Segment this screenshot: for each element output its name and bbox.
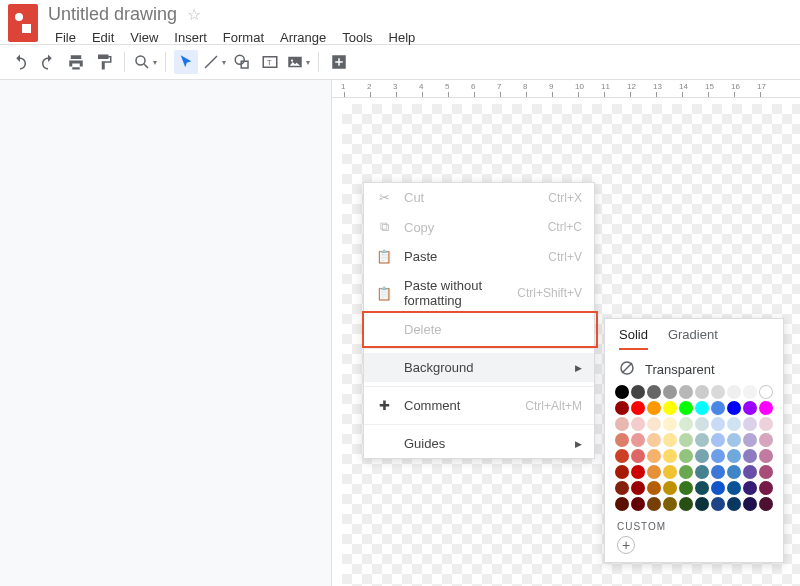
color-swatch[interactable] [727, 401, 741, 415]
color-swatch[interactable] [679, 401, 693, 415]
color-swatch[interactable] [695, 449, 709, 463]
color-swatch[interactable] [663, 497, 677, 511]
color-swatch[interactable] [759, 465, 773, 479]
color-swatch[interactable] [695, 385, 709, 399]
color-swatch[interactable] [695, 401, 709, 415]
color-swatch[interactable] [647, 481, 661, 495]
color-swatch[interactable] [615, 497, 629, 511]
color-swatch[interactable] [711, 449, 725, 463]
ctx-guides[interactable]: Guides ▶ [364, 429, 594, 458]
color-swatch[interactable] [743, 449, 757, 463]
line-tool[interactable] [202, 50, 226, 74]
undo-button[interactable] [8, 50, 32, 74]
color-swatch[interactable] [647, 465, 661, 479]
menu-tools[interactable]: Tools [335, 27, 379, 48]
shape-tool[interactable] [230, 50, 254, 74]
color-swatch[interactable] [615, 417, 629, 431]
color-swatch[interactable] [631, 401, 645, 415]
color-swatch[interactable] [663, 401, 677, 415]
color-swatch[interactable] [631, 417, 645, 431]
color-swatch[interactable] [647, 433, 661, 447]
menu-arrange[interactable]: Arrange [273, 27, 333, 48]
menu-format[interactable]: Format [216, 27, 271, 48]
color-swatch[interactable] [695, 433, 709, 447]
color-swatch[interactable] [695, 481, 709, 495]
color-swatch[interactable] [615, 481, 629, 495]
color-swatch[interactable] [647, 449, 661, 463]
color-swatch[interactable] [711, 385, 725, 399]
color-swatch[interactable] [647, 497, 661, 511]
color-swatch[interactable] [711, 481, 725, 495]
menu-file[interactable]: File [48, 27, 83, 48]
redo-button[interactable] [36, 50, 60, 74]
ctx-paste-no-format[interactable]: 📋 Paste without formatting Ctrl+Shift+V [364, 271, 594, 315]
color-swatch[interactable] [679, 433, 693, 447]
color-swatch[interactable] [663, 465, 677, 479]
color-swatch[interactable] [679, 497, 693, 511]
ctx-paste[interactable]: 📋 Paste Ctrl+V [364, 242, 594, 271]
color-swatch[interactable] [727, 385, 741, 399]
color-swatch[interactable] [631, 465, 645, 479]
menu-insert[interactable]: Insert [167, 27, 214, 48]
color-swatch[interactable] [727, 433, 741, 447]
color-swatch[interactable] [711, 417, 725, 431]
image-tool[interactable] [286, 50, 310, 74]
color-swatch[interactable] [631, 449, 645, 463]
color-swatch[interactable] [711, 465, 725, 479]
star-icon[interactable]: ☆ [187, 5, 201, 24]
color-swatch[interactable] [647, 401, 661, 415]
color-swatch[interactable] [727, 481, 741, 495]
color-swatch[interactable] [727, 449, 741, 463]
color-swatch[interactable] [743, 465, 757, 479]
color-swatch[interactable] [679, 481, 693, 495]
color-swatch[interactable] [663, 417, 677, 431]
document-title[interactable]: Untitled drawing [48, 4, 177, 25]
color-swatch[interactable] [743, 433, 757, 447]
color-swatch[interactable] [759, 385, 773, 399]
color-swatch[interactable] [759, 449, 773, 463]
paint-format-button[interactable] [92, 50, 116, 74]
color-swatch[interactable] [631, 497, 645, 511]
color-swatch[interactable] [663, 481, 677, 495]
color-swatch[interactable] [711, 401, 725, 415]
color-swatch[interactable] [679, 449, 693, 463]
color-swatch[interactable] [631, 433, 645, 447]
color-swatch[interactable] [727, 417, 741, 431]
color-swatch[interactable] [759, 417, 773, 431]
color-swatch[interactable] [631, 481, 645, 495]
select-tool[interactable] [174, 50, 198, 74]
color-swatch[interactable] [743, 385, 757, 399]
color-swatch[interactable] [615, 401, 629, 415]
print-button[interactable] [64, 50, 88, 74]
color-swatch[interactable] [663, 449, 677, 463]
color-swatch[interactable] [759, 401, 773, 415]
tab-gradient[interactable]: Gradient [668, 327, 718, 350]
color-swatch[interactable] [759, 433, 773, 447]
tab-solid[interactable]: Solid [619, 327, 648, 350]
color-swatch[interactable] [615, 385, 629, 399]
ctx-background[interactable]: Background ▶ [364, 353, 594, 382]
color-swatch[interactable] [711, 433, 725, 447]
color-swatch[interactable] [679, 465, 693, 479]
color-swatch[interactable] [759, 497, 773, 511]
color-swatch[interactable] [615, 465, 629, 479]
color-swatch[interactable] [743, 497, 757, 511]
color-swatch[interactable] [663, 385, 677, 399]
color-swatch[interactable] [631, 385, 645, 399]
menu-edit[interactable]: Edit [85, 27, 121, 48]
color-swatch[interactable] [647, 417, 661, 431]
transparent-option[interactable]: Transparent [605, 350, 783, 385]
color-swatch[interactable] [695, 497, 709, 511]
textbox-tool[interactable]: T [258, 50, 282, 74]
color-swatch[interactable] [711, 497, 725, 511]
color-swatch[interactable] [759, 481, 773, 495]
color-swatch[interactable] [743, 481, 757, 495]
color-swatch[interactable] [647, 385, 661, 399]
color-swatch[interactable] [615, 449, 629, 463]
ctx-comment[interactable]: ✚ Comment Ctrl+Alt+M [364, 391, 594, 420]
color-swatch[interactable] [679, 385, 693, 399]
add-custom-color-button[interactable]: + [617, 536, 635, 554]
color-swatch[interactable] [727, 465, 741, 479]
color-swatch[interactable] [695, 417, 709, 431]
color-swatch[interactable] [695, 465, 709, 479]
